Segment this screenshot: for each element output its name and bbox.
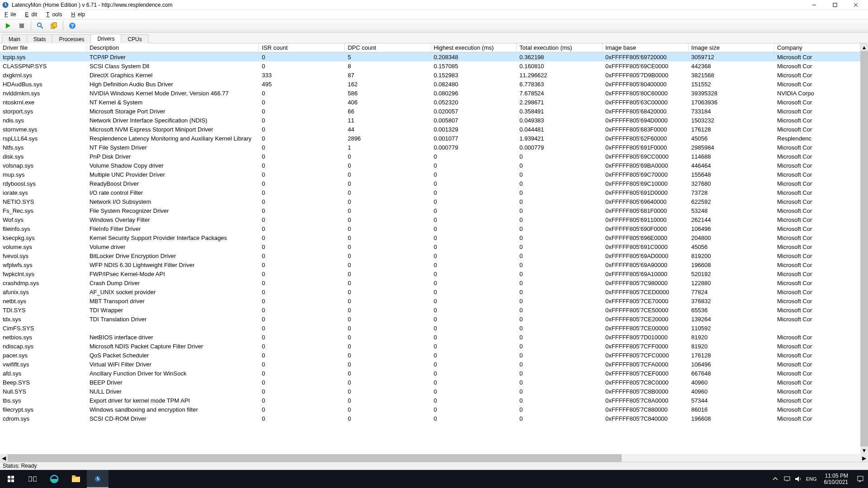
start-button[interactable]	[0, 470, 22, 488]
close-button[interactable]	[845, 0, 866, 10]
scroll-right-arrow[interactable]: ▶	[860, 454, 868, 462]
table-row[interactable]: disk.sysPnP Disk Driver00000xFFFFF805'69…	[0, 152, 868, 161]
volume-icon[interactable]	[793, 470, 803, 488]
table-row[interactable]: storport.sysMicrosoft Storage Port Drive…	[0, 107, 868, 116]
cell: 0xFFFFF805'691C0000	[603, 242, 689, 251]
table-row[interactable]: tdx.sysTDI Translation Driver00000xFFFFF…	[0, 314, 868, 324]
cell: Resplendence Latency Monitoring and Auxi…	[87, 134, 259, 143]
table-row[interactable]: ndiscap.sysMicrosoft NDIS Packet Capture…	[0, 342, 868, 351]
table-row[interactable]: nvlddmkm.sysNVIDIA Windows Kernel Mode D…	[0, 89, 868, 98]
table-row[interactable]: pacer.sysQoS Packet Scheduler00000xFFFFF…	[0, 351, 868, 360]
network-icon[interactable]	[782, 470, 793, 488]
taskbar-edge[interactable]	[43, 470, 65, 488]
table-row[interactable]: afunix.sysAF_UNIX socket provider00000xF…	[0, 287, 868, 296]
table-row[interactable]: dxgkrnl.sysDirectX Graphics Kernel333870…	[0, 70, 868, 80]
table-row[interactable]: netbt.sysMBT Transport driver00000xFFFFF…	[0, 296, 868, 305]
cell: rdyboost.sys	[0, 179, 87, 188]
cell: 0	[345, 287, 431, 296]
table-row[interactable]: TDI.SYSTDI Wrapper00000xFFFFF805'7CE5000…	[0, 305, 868, 314]
table-row[interactable]: volume.sysVolume driver00000xFFFFF805'69…	[0, 242, 868, 251]
table-row[interactable]: rspLLL64.sysResplendence Latency Monitor…	[0, 134, 868, 143]
cell: MBT Transport driver	[87, 296, 259, 305]
maximize-button[interactable]	[825, 0, 845, 10]
table-row[interactable]: rdyboost.sysReadyBoost Driver00000xFFFFF…	[0, 179, 868, 188]
table-row[interactable]: fwpkclnt.sysFWP/IPsec Kernel-Mode API000…	[0, 269, 868, 278]
play-button[interactable]	[3, 20, 14, 31]
table-row[interactable]: tcpip.sysTCP/IP Driver050.2083480.362198…	[0, 52, 868, 61]
cell: BEEP Driver	[87, 378, 259, 387]
table-row[interactable]: fileinfo.sysFileInfo Filter Driver00000x…	[0, 224, 868, 233]
table-row[interactable]: ntoskrnl.exeNT Kernel & System04060.0523…	[0, 98, 868, 107]
tool-options-button[interactable]	[35, 20, 46, 31]
column-header[interactable]: Total execution (ms)	[517, 43, 603, 52]
table-row[interactable]: Fs_Rec.sysFile System Recognizer Driver0…	[0, 206, 868, 215]
tray-overflow-icon[interactable]	[769, 470, 782, 488]
table-row[interactable]: ndis.sysNetwork Driver Interface Specifi…	[0, 116, 868, 125]
cell: High Definition Audio Bus Driver	[87, 80, 259, 89]
menu-edit[interactable]: Edit	[22, 10, 42, 19]
table-row[interactable]: mup.sysMultiple UNC Provider Driver00000…	[0, 170, 868, 179]
cell: 0	[431, 161, 517, 170]
table-row[interactable]: Ntfs.sysNT File System Driver010.0007790…	[0, 143, 868, 152]
cell: 6.778363	[517, 80, 603, 89]
column-header[interactable]: Image base	[603, 43, 689, 52]
notifications-icon[interactable]	[853, 470, 868, 488]
column-header[interactable]: Company	[774, 43, 860, 52]
table-row[interactable]: netbios.sysNetBIOS interface driver00000…	[0, 333, 868, 342]
table-row[interactable]: Beep.SYSBEEP Driver00000xFFFFF805'7C8C00…	[0, 378, 868, 387]
table-row[interactable]: NETIO.SYSNetwork I/O Subsystem00000xFFFF…	[0, 197, 868, 206]
column-header[interactable]: ISR count	[259, 43, 345, 52]
table-row[interactable]: CimFS.SYS00000xFFFFF805'7CE00000110592	[0, 324, 868, 333]
column-header[interactable]: DPC count	[345, 43, 431, 52]
table-row[interactable]: filecrypt.sysWindows sandboxing and encr…	[0, 405, 868, 414]
vertical-scrollbar[interactable]: ▲ ▼	[860, 43, 868, 454]
column-header[interactable]: Image size	[689, 43, 774, 52]
menu-help[interactable]: Help	[68, 10, 90, 19]
cell: netbios.sys	[0, 333, 87, 342]
table-row[interactable]: Null.SYSNULL Driver00000xFFFFF805'7C8B00…	[0, 387, 868, 396]
table-row[interactable]: iorate.sysI/O rate control Filter00000xF…	[0, 188, 868, 197]
scroll-down-arrow[interactable]: ▼	[860, 446, 868, 454]
table-row[interactable]: HDAudBus.sysHigh Definition Audio Bus Dr…	[0, 80, 868, 89]
cell: 0	[517, 387, 603, 396]
menu-file[interactable]: File	[2, 10, 21, 19]
tab-cpus[interactable]: CPUs	[121, 34, 148, 43]
help-button[interactable]: ?	[67, 20, 78, 31]
cell: Microsoft Cor	[774, 396, 860, 405]
table-row[interactable]: crashdmp.sysCrash Dump Driver00000xFFFFF…	[0, 278, 868, 287]
table-row[interactable]: tbs.sysExport driver for kernel mode TPM…	[0, 396, 868, 405]
table-row[interactable]: Wof.sysWindows Overlay Filter00000xFFFFF…	[0, 215, 868, 224]
clock[interactable]: 11:05 PM 6/10/2021	[820, 473, 853, 485]
table-row[interactable]: stornvme.sysMicrosoft NVM Express Storpo…	[0, 125, 868, 134]
table-row[interactable]: volsnap.sysVolume Shadow Copy driver0000…	[0, 161, 868, 170]
stop-button[interactable]	[16, 20, 27, 31]
taskbar-latencymon[interactable]	[87, 470, 108, 488]
column-header[interactable]: Highest execution (ms)	[431, 43, 517, 52]
table-row[interactable]: vwififlt.sysVirtual WiFi Filter Driver00…	[0, 360, 868, 369]
cell: Microsoft Cor	[774, 143, 860, 152]
tab-processes[interactable]: Processes	[52, 34, 91, 43]
language-indicator[interactable]: ENG	[803, 470, 820, 488]
svg-rect-14	[11, 476, 14, 479]
menu-tools[interactable]: Tools	[43, 10, 67, 19]
column-header[interactable]: Driver file	[0, 43, 87, 52]
taskview-button[interactable]	[22, 470, 43, 488]
table-row[interactable]: fvevol.sysBitLocker Drive Encryption Dri…	[0, 251, 868, 260]
scroll-up-arrow[interactable]: ▲	[860, 43, 868, 51]
column-header[interactable]: Description	[87, 43, 259, 52]
table-row[interactable]: cdrom.sysSCSI CD-ROM Driver00000xFFFFF80…	[0, 414, 868, 423]
tab-stats[interactable]: Stats	[27, 34, 52, 43]
table-row[interactable]: ksecpkg.sysKernel Security Support Provi…	[0, 233, 868, 242]
table-row[interactable]: CLASSPNP.SYSSCSI Class System Dll080.157…	[0, 61, 868, 70]
table-row[interactable]: afd.sysAncillary Function Driver for Win…	[0, 369, 868, 378]
horizontal-scrollbar[interactable]: ◀ ▶	[0, 454, 868, 462]
table-row[interactable]: wfplwfs.sysWFP NDIS 6.30 Lightweight Fil…	[0, 260, 868, 269]
tab-drivers[interactable]: Drivers	[90, 34, 121, 43]
scroll-left-arrow[interactable]: ◀	[0, 454, 8, 462]
cell: 17063936	[689, 98, 774, 107]
tool-copy-button[interactable]	[48, 20, 59, 31]
cell: Wof.sys	[0, 215, 87, 224]
taskbar-explorer[interactable]	[65, 470, 87, 488]
minimize-button[interactable]	[804, 0, 825, 10]
tab-main[interactable]: Main	[2, 34, 27, 43]
